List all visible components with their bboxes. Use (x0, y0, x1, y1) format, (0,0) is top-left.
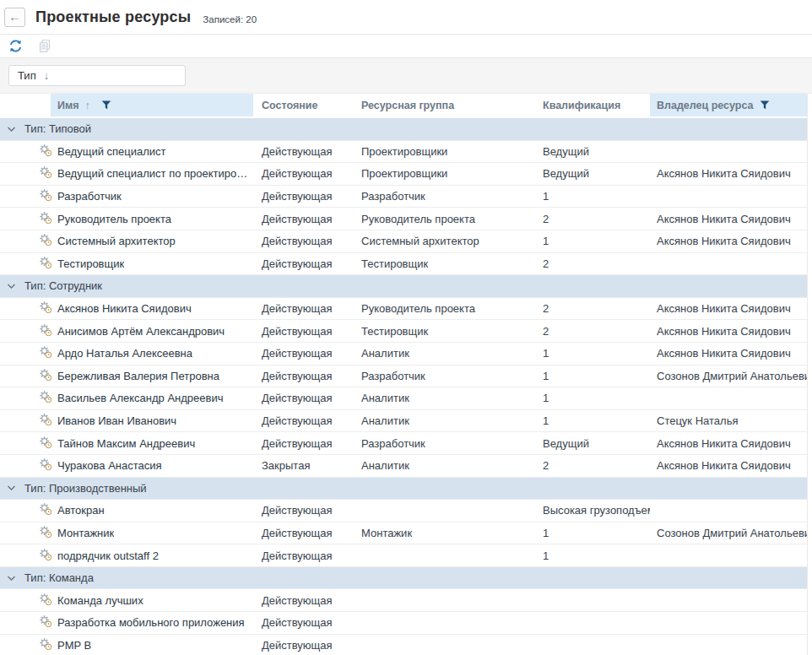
refresh-button[interactable] (8, 39, 23, 54)
cell-owner (650, 544, 812, 566)
table-row[interactable]: Тайнов Максим АндреевичДействующаяРазраб… (0, 432, 812, 455)
cell-resource-group: Тестировщик (355, 320, 538, 342)
table-row[interactable]: Ардо Наталья АлексеевнаДействующаяАналит… (0, 343, 812, 365)
table-row[interactable]: Ведущий специалист по проектированиюДейс… (0, 163, 812, 186)
cell-qualification: 1 (538, 365, 650, 387)
table-row[interactable]: Руководитель проектаДействующаяРуководит… (0, 208, 812, 230)
cell-owner: Аксянов Никита Сяидович (650, 343, 812, 365)
table-row[interactable]: МонтажникДействующаяМонтажик1Созонов Дми… (0, 522, 812, 545)
cell-state: Действующая (253, 320, 355, 342)
column-header-name-label: Имя (57, 100, 79, 111)
cell-qualification: 1 (538, 387, 650, 409)
cell-name: Тестировщик (0, 253, 253, 275)
group-label: Тип: Производственный (24, 482, 147, 495)
cell-owner: Аксянов Никита Сяидович (650, 432, 812, 454)
cell-name: Анисимов Артём Александрович (0, 320, 253, 342)
group-row[interactable]: Тип: Сотрудник (0, 275, 812, 298)
cell-state: Действующая (253, 298, 355, 320)
filter-funnel-icon[interactable] (760, 100, 770, 110)
chevron-down-icon[interactable] (7, 484, 16, 491)
cell-state: Действующая (253, 343, 355, 365)
table-row[interactable]: Анисимов Артём АлександровичДействующаяТ… (0, 320, 812, 343)
cell-resource-group (355, 635, 538, 655)
group-row[interactable]: Тип: Команда (0, 567, 812, 590)
chevron-down-icon[interactable] (7, 126, 16, 133)
cell-qualification: 1 (538, 410, 650, 432)
resource-gear-clock-icon (39, 413, 52, 429)
table-row[interactable]: Аксянов Никита СяидовичДействующаяРуково… (0, 298, 812, 321)
column-header-name[interactable]: Имя ↑ (51, 94, 253, 116)
cell-state: Действующая (253, 635, 355, 655)
cell-name: Разработка мобильного приложения (0, 612, 253, 634)
resource-gear-clock-icon (39, 436, 52, 452)
group-row[interactable]: Тип: Типовой (0, 118, 812, 141)
cell-state: Действующая (253, 410, 355, 432)
cell-qualification: 2 (538, 208, 650, 230)
resource-gear-clock-icon (39, 188, 52, 204)
cell-resource-group: Тестировщик (355, 253, 538, 275)
chevron-down-icon[interactable] (7, 575, 16, 582)
cell-qualification: 1 (538, 186, 650, 208)
table-row[interactable]: Бережливая Валерия ПетровнаДействующаяРа… (0, 365, 812, 388)
cell-resource-group: Аналитик (355, 387, 538, 409)
cell-owner: Аксянов Никита Сяидович (650, 298, 812, 320)
column-header-qualification[interactable]: Квалификация (538, 94, 650, 116)
table-row[interactable]: Васильев Александр АндреевичДействующаяА… (0, 387, 812, 410)
resource-gear-clock-icon (39, 211, 52, 227)
table-row[interactable]: Чуракова АнастасияЗакрытаяАналитик2Аксян… (0, 455, 812, 478)
cell-qualification (538, 589, 650, 611)
cell-owner: Созонов Дмитрий Анатольевич (650, 522, 812, 544)
table-row[interactable]: Разработка мобильного приложенияДействую… (0, 612, 812, 635)
table-row[interactable]: Команда лучшихДействующая (0, 589, 812, 612)
table-row[interactable]: АвтокранДействующаяВысокая грузоподъем..… (0, 500, 812, 522)
table-row[interactable]: РазработчикДействующаяРазработчик1 (0, 186, 812, 208)
group-row[interactable]: Тип: Производственный (0, 478, 812, 501)
filter-funnel-icon[interactable] (101, 100, 111, 110)
cell-qualification: 1 (538, 544, 650, 566)
table-row[interactable]: PMP BДействующая (0, 635, 812, 655)
cell-qualification: 1 (538, 343, 650, 365)
column-header-resource-group[interactable]: Ресурсная группа (355, 94, 538, 116)
cell-owner: Аксянов Никита Сяидович (650, 320, 812, 342)
cell-qualification: 1 (538, 230, 650, 252)
copy-button[interactable] (37, 39, 52, 54)
table-row[interactable]: Системный архитекторДействующаяСистемный… (0, 230, 812, 253)
page-title: Проектные ресурсы (35, 8, 191, 26)
cell-name: Бережливая Валерия Петровна (0, 365, 253, 387)
cell-resource-group: Руководитель проекта (355, 208, 538, 230)
cell-name: Команда лучших (0, 589, 253, 611)
cell-name: Монтажник (0, 522, 253, 544)
cell-owner (650, 186, 812, 208)
cell-state: Действующая (253, 141, 355, 163)
cell-name: подрядчик outstaff 2 (0, 544, 253, 566)
cell-resource-group: Разработчик (355, 432, 538, 454)
cell-owner: Созонов Дмитрий Анатольевич (650, 365, 812, 387)
group-by-type-label: Тип (18, 69, 36, 82)
column-header-owner[interactable]: Владелец ресурса (650, 94, 812, 116)
cell-qualification: 2 (538, 455, 650, 477)
cell-owner: Стецук Наталья (650, 410, 812, 432)
cell-name: Чуракова Анастасия (0, 455, 253, 477)
resource-gear-clock-icon (39, 593, 52, 609)
group-by-type-chip[interactable]: Тип ↓ (8, 65, 186, 86)
copy-icon (38, 39, 51, 53)
cell-resource-group (355, 612, 538, 634)
resource-gear-clock-icon (39, 143, 52, 160)
table-row[interactable]: подрядчик outstaff 2Действующая1 (0, 544, 812, 567)
back-button[interactable]: ← (4, 8, 25, 27)
cell-state: Действующая (253, 186, 355, 208)
resource-gear-clock-icon (39, 256, 52, 272)
cell-qualification (538, 612, 650, 634)
column-header-state[interactable]: Состояние (253, 94, 355, 116)
cell-state: Действующая (253, 387, 355, 409)
cell-name: Тайнов Максим Андреевич (0, 432, 253, 454)
table-row[interactable]: Ведущий специалистДействующаяПроектировщ… (0, 141, 812, 164)
table-row[interactable]: ТестировщикДействующаяТестировщик2 (0, 253, 812, 276)
group-label: Тип: Команда (24, 571, 94, 584)
table-row[interactable]: Иванов Иван ИвановичДействующаяАналитик1… (0, 410, 812, 433)
scrollbar-gutter[interactable] (807, 94, 812, 655)
cell-name: Автокран (0, 500, 253, 522)
chevron-down-icon[interactable] (7, 283, 16, 290)
cell-name: PMP B (0, 635, 253, 655)
resource-gear-clock-icon (39, 368, 52, 384)
